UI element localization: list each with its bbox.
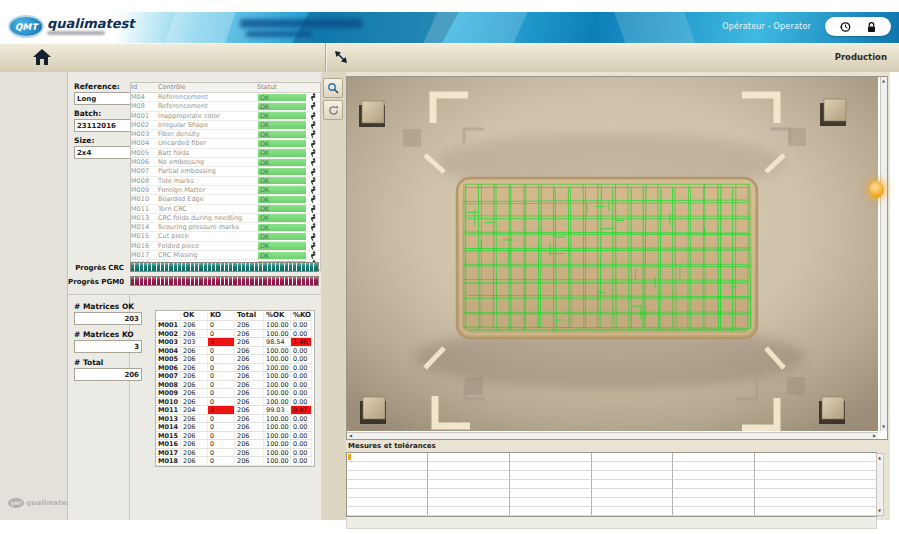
expand-view-button[interactable] bbox=[332, 49, 350, 67]
run-control-icon[interactable] bbox=[307, 168, 320, 176]
checklist-row[interactable]: M011 Torn CRC OK bbox=[131, 205, 320, 214]
measure-cell[interactable] bbox=[755, 489, 876, 498]
measure-cell[interactable] bbox=[592, 453, 673, 462]
measure-cell[interactable] bbox=[592, 489, 673, 498]
checklist-row[interactable]: M08 Referencement OK bbox=[131, 102, 320, 111]
camera-image[interactable] bbox=[347, 77, 878, 431]
measure-cell[interactable] bbox=[347, 489, 428, 498]
measure-cell[interactable] bbox=[510, 471, 592, 480]
run-control-icon[interactable] bbox=[307, 158, 320, 166]
checklist-row[interactable]: M015 Cut piece OK bbox=[131, 232, 320, 241]
zoom-tool-button[interactable] bbox=[323, 78, 343, 98]
measure-cell[interactable] bbox=[347, 507, 428, 516]
matrices-ok-input[interactable] bbox=[74, 312, 142, 325]
checklist-row[interactable]: M008 Tide marks OK bbox=[131, 177, 320, 186]
measure-cell[interactable] bbox=[510, 507, 592, 516]
history-clock-icon[interactable] bbox=[839, 21, 851, 33]
scroll-left-icon[interactable]: ◀ bbox=[349, 434, 352, 438]
run-control-icon[interactable] bbox=[307, 242, 320, 250]
measure-cell[interactable] bbox=[755, 453, 876, 462]
measure-cell[interactable] bbox=[347, 498, 428, 507]
checklist-row[interactable]: M006 No embossing OK bbox=[131, 158, 320, 167]
measures-scrollbar[interactable]: ▲ ▼ bbox=[876, 453, 884, 516]
scroll-down-icon[interactable]: ▼ bbox=[878, 509, 881, 513]
measure-cell[interactable] bbox=[428, 462, 510, 471]
measure-cell[interactable] bbox=[592, 480, 673, 489]
home-button[interactable] bbox=[30, 48, 54, 68]
image-viewer[interactable]: ▲ ▼ ◀ ▶ bbox=[346, 76, 888, 440]
measure-cell[interactable] bbox=[510, 462, 592, 471]
run-control-icon[interactable] bbox=[307, 130, 320, 138]
measure-cell[interactable] bbox=[673, 489, 755, 498]
measure-cell[interactable] bbox=[755, 462, 876, 471]
measure-cell[interactable] bbox=[347, 471, 428, 480]
measure-cell[interactable] bbox=[755, 498, 876, 507]
run-control-icon[interactable] bbox=[307, 121, 320, 129]
measure-cell[interactable] bbox=[428, 489, 510, 498]
checklist-row[interactable]: M010 Bearded Edge OK bbox=[131, 195, 320, 204]
measure-cell[interactable] bbox=[428, 507, 510, 516]
rotate-tool-button[interactable] bbox=[323, 100, 343, 120]
run-control-icon[interactable] bbox=[307, 223, 320, 231]
checklist-row[interactable]: M001 Inappropriate color OK bbox=[131, 112, 320, 121]
measure-cell[interactable] bbox=[592, 507, 673, 516]
run-control-icon[interactable] bbox=[307, 177, 320, 185]
measure-cell[interactable] bbox=[673, 498, 755, 507]
measure-cell[interactable] bbox=[428, 471, 510, 480]
run-control-icon[interactable] bbox=[307, 149, 320, 157]
matrices-ko-input[interactable] bbox=[74, 340, 142, 353]
measure-cell[interactable] bbox=[755, 507, 876, 516]
run-control-icon[interactable] bbox=[307, 233, 320, 241]
measure-cell[interactable] bbox=[347, 462, 428, 471]
checklist-row[interactable]: M016 Folded piece OK bbox=[131, 242, 320, 251]
measure-cell[interactable] bbox=[673, 462, 755, 471]
viewer-horizontal-scrollbar[interactable]: ◀ ▶ bbox=[347, 432, 878, 439]
checklist-row[interactable]: M009 Foreign Matter OK bbox=[131, 186, 320, 195]
run-control-icon[interactable] bbox=[307, 205, 320, 213]
checklist-row[interactable]: M004 Uncarded fiber OK bbox=[131, 139, 320, 148]
run-control-icon[interactable] bbox=[307, 195, 320, 203]
measure-cell[interactable] bbox=[347, 480, 428, 489]
measure-cell[interactable] bbox=[428, 480, 510, 489]
checklist-row[interactable]: M002 Irregular Shape OK bbox=[131, 121, 320, 130]
checklist-row[interactable]: M014 Scouring pressure marks OK bbox=[131, 223, 320, 232]
measure-cell[interactable] bbox=[510, 453, 592, 462]
measure-cell[interactable] bbox=[510, 489, 592, 498]
scroll-up-icon[interactable]: ▲ bbox=[882, 79, 885, 83]
session-pill[interactable] bbox=[825, 17, 891, 36]
measure-cell[interactable] bbox=[673, 453, 755, 462]
checklist-row[interactable]: M017 CRC Missing OK bbox=[131, 251, 320, 260]
run-control-icon[interactable] bbox=[307, 112, 320, 120]
measure-cell[interactable] bbox=[592, 471, 673, 480]
measure-cell[interactable] bbox=[428, 453, 510, 462]
checklist-row[interactable]: M007 Partial embossing OK bbox=[131, 167, 320, 176]
measure-cell[interactable] bbox=[510, 498, 592, 507]
checklist-row[interactable]: M04 Referencement OK bbox=[131, 93, 320, 102]
measure-cell[interactable] bbox=[510, 480, 592, 489]
measure-cell[interactable] bbox=[755, 471, 876, 480]
measure-cell[interactable] bbox=[673, 471, 755, 480]
measure-cell[interactable] bbox=[673, 507, 755, 516]
scroll-right-icon[interactable]: ▶ bbox=[873, 434, 876, 438]
run-control-icon[interactable] bbox=[307, 251, 320, 259]
measure-cell[interactable] bbox=[592, 498, 673, 507]
measure-cell[interactable] bbox=[428, 498, 510, 507]
checklist-row[interactable]: M013 CRC folds during needling OK bbox=[131, 214, 320, 223]
scroll-up-icon[interactable]: ▲ bbox=[878, 456, 881, 460]
measure-cell[interactable] bbox=[673, 480, 755, 489]
run-control-icon[interactable] bbox=[307, 93, 320, 101]
measure-cell[interactable] bbox=[755, 480, 876, 489]
run-control-icon[interactable] bbox=[307, 140, 320, 148]
checklist-row[interactable]: M005 Batt folds OK bbox=[131, 149, 320, 158]
run-control-icon[interactable] bbox=[307, 186, 320, 194]
run-control-icon[interactable] bbox=[307, 214, 320, 222]
lock-icon[interactable] bbox=[866, 21, 877, 33]
run-control-icon[interactable] bbox=[307, 102, 320, 110]
scroll-down-icon[interactable]: ▼ bbox=[882, 425, 885, 429]
viewer-vertical-scrollbar[interactable]: ▲ ▼ bbox=[880, 77, 887, 431]
checklist-row[interactable]: M003 Fiber density OK bbox=[131, 130, 320, 139]
total-input[interactable] bbox=[74, 368, 142, 381]
measure-cell[interactable] bbox=[347, 453, 428, 462]
side-panel-handle[interactable] bbox=[869, 181, 884, 198]
measure-cell[interactable] bbox=[592, 462, 673, 471]
